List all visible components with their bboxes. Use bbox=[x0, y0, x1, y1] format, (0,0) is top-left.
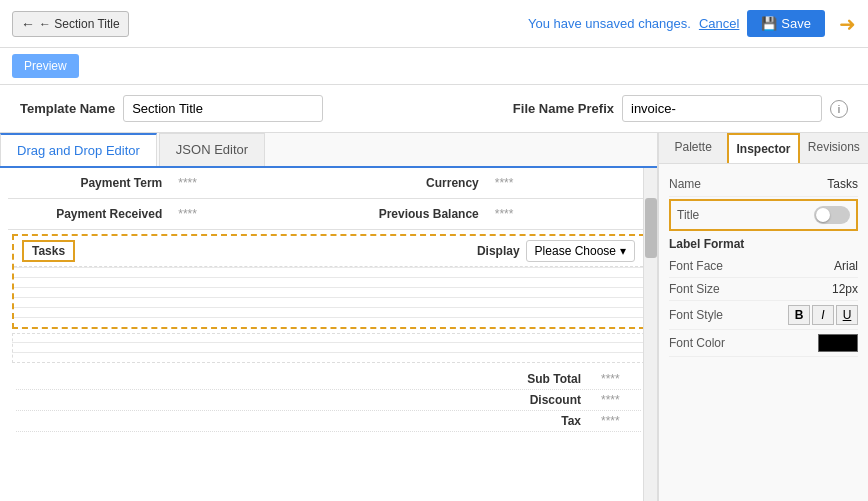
title-key: Title bbox=[677, 208, 699, 222]
subtotal-value: **** bbox=[601, 372, 641, 386]
payment-received-value: **** bbox=[170, 205, 328, 223]
font-color-swatch[interactable] bbox=[818, 334, 858, 352]
payment-term-label: Payment Term bbox=[12, 174, 170, 192]
tax-row: Tax **** bbox=[16, 411, 641, 432]
tasks-label: Tasks bbox=[22, 240, 75, 262]
tab-revisions[interactable]: Revisions bbox=[800, 133, 868, 163]
underline-button[interactable]: U bbox=[836, 305, 858, 325]
tasks-header: Tasks Display Please Choose ▾ Tas bbox=[14, 236, 643, 267]
subtotal-row: Sub Total **** bbox=[16, 369, 641, 390]
cancel-link[interactable]: Cancel bbox=[699, 16, 739, 31]
editor-pane: Drag and Drop Editor JSON Editor Payment… bbox=[0, 133, 658, 501]
template-name-input[interactable] bbox=[123, 95, 323, 122]
italic-button[interactable]: I bbox=[812, 305, 834, 325]
header: ← ← Section Title You have unsaved chang… bbox=[0, 0, 868, 48]
preview-button[interactable]: Preview bbox=[12, 54, 79, 78]
font-face-row: Font Face Arial bbox=[669, 255, 858, 278]
main-area: Drag and Drop Editor JSON Editor Payment… bbox=[0, 133, 868, 501]
unsaved-text: You have unsaved changes. bbox=[528, 16, 691, 31]
label-format-header: Label Format bbox=[669, 237, 858, 251]
dropdown-arrow-icon: ▾ bbox=[620, 244, 626, 258]
font-size-value: 12px bbox=[832, 282, 858, 296]
currency-value: **** bbox=[487, 174, 645, 192]
editor-content: Payment Term **** Currency **** Payment … bbox=[0, 168, 657, 501]
toggle-knob bbox=[816, 208, 830, 222]
inspector-tabs: Palette Inspector Revisions bbox=[659, 133, 868, 164]
discount-value: **** bbox=[601, 393, 641, 407]
name-row: Name Tasks bbox=[669, 172, 858, 197]
font-color-label: Font Color bbox=[669, 336, 725, 350]
bold-button[interactable]: B bbox=[788, 305, 810, 325]
table-row: Payment Received **** Previous Balance *… bbox=[8, 199, 649, 230]
tab-json[interactable]: JSON Editor bbox=[159, 133, 265, 166]
tab-drag-drop[interactable]: Drag and Drop Editor bbox=[0, 133, 157, 166]
payment-term-value: **** bbox=[170, 174, 328, 192]
file-prefix-input[interactable] bbox=[622, 95, 822, 122]
font-size-row: Font Size 12px bbox=[669, 278, 858, 301]
font-style-buttons: B I U bbox=[788, 305, 858, 325]
subtotal-label: Sub Total bbox=[527, 372, 581, 386]
tab-inspector[interactable]: Inspector bbox=[727, 133, 799, 163]
display-label: Display bbox=[477, 244, 520, 258]
prev-balance-value: **** bbox=[487, 205, 645, 223]
name-key: Name bbox=[669, 177, 701, 191]
editor-tabs: Drag and Drop Editor JSON Editor bbox=[0, 133, 657, 168]
title-toggle[interactable] bbox=[814, 206, 850, 224]
table-row: Payment Term **** Currency **** bbox=[8, 168, 649, 199]
discount-row: Discount **** bbox=[16, 390, 641, 411]
tax-label: Tax bbox=[561, 414, 581, 428]
prev-balance-label: Previous Balance bbox=[329, 205, 487, 223]
payment-received-label: Payment Received bbox=[12, 205, 170, 223]
tasks-section: Tasks Display Please Choose ▾ Tas bbox=[12, 234, 645, 329]
file-prefix-label: File Name Prefix bbox=[513, 101, 614, 116]
template-name-row: Template Name File Name Prefix i bbox=[0, 85, 868, 133]
font-face-value: Arial bbox=[834, 259, 858, 273]
tax-value: **** bbox=[601, 414, 641, 428]
save-button[interactable]: 💾 Save bbox=[747, 10, 825, 37]
preview-row: Preview bbox=[0, 48, 868, 85]
table-area: Payment Term **** Currency **** Payment … bbox=[0, 168, 657, 436]
currency-label: Currency bbox=[329, 174, 487, 192]
font-face-label: Font Face bbox=[669, 259, 723, 273]
header-title: ← Section Title bbox=[39, 17, 120, 31]
name-value: Tasks bbox=[827, 177, 858, 191]
dotted-area bbox=[12, 333, 645, 363]
info-icon[interactable]: i bbox=[830, 100, 848, 118]
tasks-body bbox=[14, 267, 643, 327]
template-name-group: Template Name bbox=[20, 95, 323, 122]
file-name-group: File Name Prefix i bbox=[513, 95, 848, 122]
inspector-body: Name Tasks Title Label Format Font Face … bbox=[659, 164, 868, 501]
tasks-display: Display Please Choose ▾ bbox=[477, 240, 635, 262]
back-arrow-icon: ← bbox=[21, 16, 35, 32]
template-name-label: Template Name bbox=[20, 101, 115, 116]
save-icon: 💾 bbox=[761, 16, 777, 31]
scrollbar-track[interactable] bbox=[643, 168, 657, 501]
font-size-label: Font Size bbox=[669, 282, 720, 296]
back-button[interactable]: ← ← Section Title bbox=[12, 11, 129, 37]
totals-area: Sub Total **** Discount **** Tax **** bbox=[8, 365, 649, 436]
font-style-label: Font Style bbox=[669, 308, 723, 322]
font-color-row: Font Color bbox=[669, 330, 858, 357]
title-row: Title bbox=[669, 199, 858, 231]
arrow-indicator-icon: ➜ bbox=[839, 12, 856, 36]
tab-palette[interactable]: Palette bbox=[659, 133, 727, 163]
scrollbar-thumb[interactable] bbox=[645, 198, 657, 258]
unsaved-notice: You have unsaved changes. Cancel 💾 Save … bbox=[528, 10, 856, 37]
discount-label: Discount bbox=[530, 393, 581, 407]
please-choose-button[interactable]: Please Choose ▾ bbox=[526, 240, 635, 262]
font-style-row: Font Style B I U bbox=[669, 301, 858, 330]
inspector-pane: Palette Inspector Revisions Name Tasks T… bbox=[658, 133, 868, 501]
